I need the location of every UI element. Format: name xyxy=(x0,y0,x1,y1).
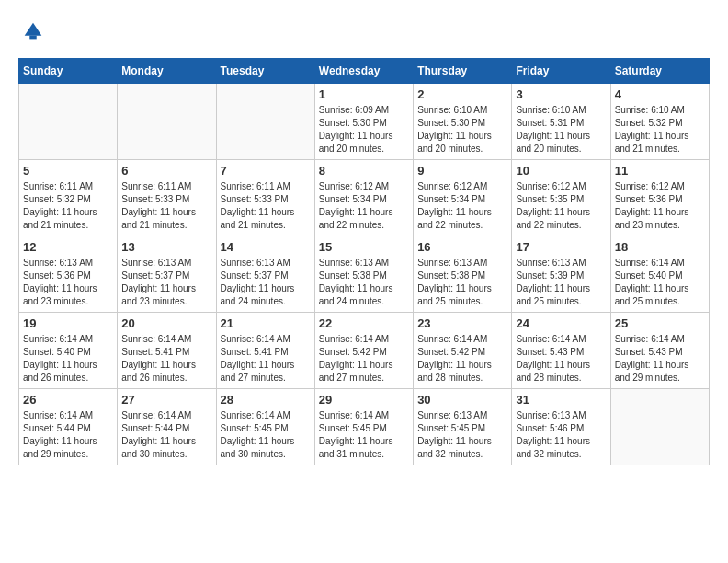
calendar-cell: 3Sunrise: 6:10 AMSunset: 5:31 PMDaylight… xyxy=(512,83,610,159)
day-info: Sunrise: 6:14 AMSunset: 5:43 PMDaylight:… xyxy=(516,333,606,385)
calendar-cell: 22Sunrise: 6:14 AMSunset: 5:42 PMDayligh… xyxy=(314,312,413,388)
day-info: Sunrise: 6:10 AMSunset: 5:32 PMDaylight:… xyxy=(615,104,705,155)
day-info: Sunrise: 6:13 AMSunset: 5:46 PMDaylight:… xyxy=(516,409,606,461)
calendar-cell xyxy=(216,83,314,159)
calendar-cell xyxy=(19,83,118,159)
day-info: Sunrise: 6:13 AMSunset: 5:38 PMDaylight:… xyxy=(417,257,507,308)
calendar-cell: 30Sunrise: 6:13 AMSunset: 5:45 PMDayligh… xyxy=(414,388,512,465)
day-number: 18 xyxy=(615,240,705,254)
calendar-cell: 31Sunrise: 6:13 AMSunset: 5:46 PMDayligh… xyxy=(512,388,610,465)
day-info: Sunrise: 6:12 AMSunset: 5:35 PMDaylight:… xyxy=(516,180,606,232)
calendar-cell: 28Sunrise: 6:14 AMSunset: 5:45 PMDayligh… xyxy=(216,388,314,465)
day-info: Sunrise: 6:12 AMSunset: 5:36 PMDaylight:… xyxy=(615,180,705,232)
day-info: Sunrise: 6:13 AMSunset: 5:36 PMDaylight:… xyxy=(23,257,113,308)
day-info: Sunrise: 6:14 AMSunset: 5:40 PMDaylight:… xyxy=(23,333,113,385)
svg-rect-1 xyxy=(29,36,36,40)
calendar-cell xyxy=(118,83,216,159)
calendar-cell xyxy=(610,388,709,465)
calendar-cell: 11Sunrise: 6:12 AMSunset: 5:36 PMDayligh… xyxy=(610,159,709,236)
day-number: 17 xyxy=(516,240,606,254)
day-info: Sunrise: 6:14 AMSunset: 5:40 PMDaylight:… xyxy=(615,257,705,308)
calendar-cell: 6Sunrise: 6:11 AMSunset: 5:33 PMDaylight… xyxy=(118,159,216,236)
day-info: Sunrise: 6:13 AMSunset: 5:37 PMDaylight:… xyxy=(121,257,211,308)
week-row-4: 19Sunrise: 6:14 AMSunset: 5:40 PMDayligh… xyxy=(19,312,710,388)
day-number: 20 xyxy=(121,316,211,330)
calendar-cell: 20Sunrise: 6:14 AMSunset: 5:41 PMDayligh… xyxy=(118,312,216,388)
day-number: 19 xyxy=(23,316,113,330)
day-info: Sunrise: 6:13 AMSunset: 5:37 PMDaylight:… xyxy=(221,257,311,308)
day-number: 28 xyxy=(221,393,311,407)
day-number: 22 xyxy=(319,316,409,330)
day-number: 13 xyxy=(121,240,211,254)
day-info: Sunrise: 6:11 AMSunset: 5:32 PMDaylight:… xyxy=(23,180,113,232)
day-number: 5 xyxy=(23,164,113,178)
day-number: 11 xyxy=(615,164,705,178)
weekday-header-wednesday: Wednesday xyxy=(314,58,413,83)
calendar-cell: 4Sunrise: 6:10 AMSunset: 5:32 PMDaylight… xyxy=(610,83,709,159)
calendar-cell: 15Sunrise: 6:13 AMSunset: 5:38 PMDayligh… xyxy=(314,236,413,312)
calendar-cell: 2Sunrise: 6:10 AMSunset: 5:30 PMDaylight… xyxy=(414,83,512,159)
day-number: 14 xyxy=(221,240,311,254)
day-info: Sunrise: 6:14 AMSunset: 5:42 PMDaylight:… xyxy=(319,333,409,385)
week-row-5: 26Sunrise: 6:14 AMSunset: 5:44 PMDayligh… xyxy=(19,388,710,465)
day-info: Sunrise: 6:11 AMSunset: 5:33 PMDaylight:… xyxy=(121,180,211,232)
day-info: Sunrise: 6:14 AMSunset: 5:44 PMDaylight:… xyxy=(121,409,211,461)
day-info: Sunrise: 6:09 AMSunset: 5:30 PMDaylight:… xyxy=(319,104,409,155)
day-info: Sunrise: 6:13 AMSunset: 5:45 PMDaylight:… xyxy=(417,409,507,461)
day-number: 9 xyxy=(417,164,507,178)
week-row-1: 1Sunrise: 6:09 AMSunset: 5:30 PMDaylight… xyxy=(19,83,710,159)
day-number: 27 xyxy=(121,393,211,407)
calendar-cell: 1Sunrise: 6:09 AMSunset: 5:30 PMDaylight… xyxy=(314,83,413,159)
calendar-cell: 16Sunrise: 6:13 AMSunset: 5:38 PMDayligh… xyxy=(414,236,512,312)
weekday-header-tuesday: Tuesday xyxy=(216,58,314,83)
calendar-cell: 12Sunrise: 6:13 AMSunset: 5:36 PMDayligh… xyxy=(19,236,118,312)
calendar-cell: 17Sunrise: 6:13 AMSunset: 5:39 PMDayligh… xyxy=(512,236,610,312)
day-number: 24 xyxy=(516,316,606,330)
weekday-header-thursday: Thursday xyxy=(414,58,512,83)
page-header xyxy=(18,18,710,49)
day-number: 8 xyxy=(319,164,409,178)
day-info: Sunrise: 6:12 AMSunset: 5:34 PMDaylight:… xyxy=(319,180,409,232)
svg-marker-0 xyxy=(25,23,42,36)
day-info: Sunrise: 6:13 AMSunset: 5:38 PMDaylight:… xyxy=(319,257,409,308)
day-number: 26 xyxy=(23,393,113,407)
calendar-cell: 27Sunrise: 6:14 AMSunset: 5:44 PMDayligh… xyxy=(118,388,216,465)
calendar-cell: 29Sunrise: 6:14 AMSunset: 5:45 PMDayligh… xyxy=(314,388,413,465)
calendar-cell: 10Sunrise: 6:12 AMSunset: 5:35 PMDayligh… xyxy=(512,159,610,236)
logo-icon xyxy=(20,18,46,44)
day-number: 7 xyxy=(221,164,311,178)
day-info: Sunrise: 6:14 AMSunset: 5:45 PMDaylight:… xyxy=(221,409,311,461)
calendar-table: SundayMondayTuesdayWednesdayThursdayFrid… xyxy=(18,58,710,465)
day-info: Sunrise: 6:14 AMSunset: 5:41 PMDaylight:… xyxy=(121,333,211,385)
day-info: Sunrise: 6:12 AMSunset: 5:34 PMDaylight:… xyxy=(417,180,507,232)
day-number: 30 xyxy=(417,393,507,407)
day-number: 25 xyxy=(615,316,705,330)
calendar-cell: 23Sunrise: 6:14 AMSunset: 5:42 PMDayligh… xyxy=(414,312,512,388)
calendar-cell: 5Sunrise: 6:11 AMSunset: 5:32 PMDaylight… xyxy=(19,159,118,236)
week-row-2: 5Sunrise: 6:11 AMSunset: 5:32 PMDaylight… xyxy=(19,159,710,236)
day-number: 23 xyxy=(417,316,507,330)
day-info: Sunrise: 6:14 AMSunset: 5:45 PMDaylight:… xyxy=(319,409,409,461)
day-number: 15 xyxy=(319,240,409,254)
day-number: 10 xyxy=(516,164,606,178)
day-number: 6 xyxy=(121,164,211,178)
day-info: Sunrise: 6:10 AMSunset: 5:30 PMDaylight:… xyxy=(417,104,507,155)
weekday-header-friday: Friday xyxy=(512,58,610,83)
day-info: Sunrise: 6:10 AMSunset: 5:31 PMDaylight:… xyxy=(516,104,606,155)
calendar-cell: 24Sunrise: 6:14 AMSunset: 5:43 PMDayligh… xyxy=(512,312,610,388)
day-info: Sunrise: 6:14 AMSunset: 5:43 PMDaylight:… xyxy=(615,333,705,385)
day-number: 2 xyxy=(417,87,507,101)
calendar-cell: 8Sunrise: 6:12 AMSunset: 5:34 PMDaylight… xyxy=(314,159,413,236)
day-number: 4 xyxy=(615,87,705,101)
logo xyxy=(18,18,46,49)
calendar-cell: 9Sunrise: 6:12 AMSunset: 5:34 PMDaylight… xyxy=(414,159,512,236)
calendar-cell: 21Sunrise: 6:14 AMSunset: 5:41 PMDayligh… xyxy=(216,312,314,388)
calendar-cell: 25Sunrise: 6:14 AMSunset: 5:43 PMDayligh… xyxy=(610,312,709,388)
weekday-header-sunday: Sunday xyxy=(19,58,118,83)
day-number: 12 xyxy=(23,240,113,254)
day-info: Sunrise: 6:14 AMSunset: 5:41 PMDaylight:… xyxy=(221,333,311,385)
weekday-header-row: SundayMondayTuesdayWednesdayThursdayFrid… xyxy=(19,58,710,83)
day-number: 31 xyxy=(516,393,606,407)
day-info: Sunrise: 6:14 AMSunset: 5:42 PMDaylight:… xyxy=(417,333,507,385)
calendar-cell: 26Sunrise: 6:14 AMSunset: 5:44 PMDayligh… xyxy=(19,388,118,465)
